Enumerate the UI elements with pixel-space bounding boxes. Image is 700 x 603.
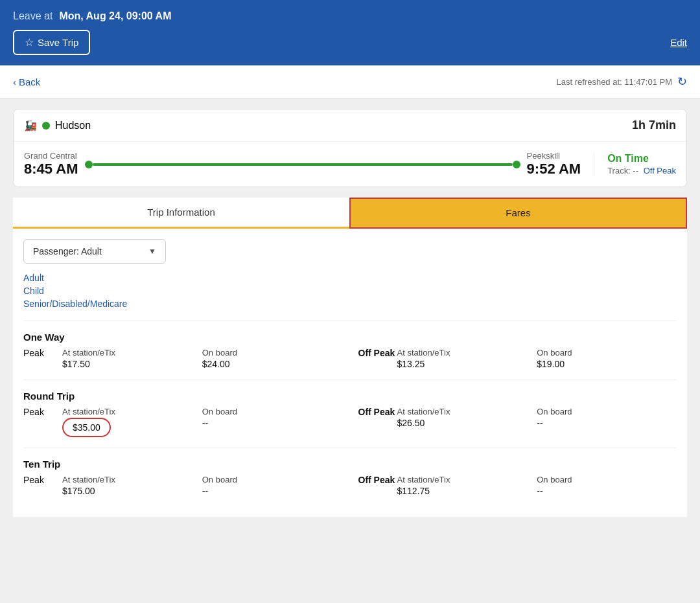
ten-trip-offpeak-on-board: On board -- (537, 475, 677, 496)
fare-section-one-way: One Way Peak At station/eTix $17.50 On b… (23, 321, 677, 380)
train-card: 🚂 Hudson 1h 7min Grand Central 8:45 AM P… (13, 109, 687, 187)
line-end-dot (513, 161, 520, 168)
peak-label: Peak (23, 348, 62, 358)
ten-trip-row: Peak At station/eTix $175.00 On board --… (23, 475, 677, 496)
one-way-offpeak-at-station: At station/eTix $13.25 (397, 348, 537, 369)
trip-duration: 1h 7min (632, 119, 676, 132)
off-peak-label-rt: Off Peak (358, 407, 397, 417)
destination-station: Peekskill 9:52 AM (527, 151, 581, 177)
fares-content: Passenger: Adult ▼ Adult Child Senior/Di… (13, 229, 687, 517)
option-child[interactable]: Child (23, 284, 677, 297)
off-peak-label-one-way: Off Peak (358, 348, 397, 358)
one-way-title: One Way (23, 332, 677, 343)
ten-trip-peak-group: At station/eTix $175.00 On board -- (62, 475, 342, 496)
save-trip-button[interactable]: ☆ Save Trip (13, 30, 90, 55)
back-button[interactable]: ‹ Back (13, 76, 40, 87)
train-line-track (78, 161, 527, 168)
round-trip-peak-at-station: At station/eTix $35.00 (62, 407, 202, 437)
option-adult[interactable]: Adult (23, 271, 677, 284)
off-peak-link[interactable]: Off Peak (644, 166, 676, 176)
chevron-down-icon: ▼ (148, 247, 156, 256)
leave-at-label: Leave at (13, 10, 52, 22)
one-way-peak-on-board: On board $24.00 (202, 348, 342, 369)
tabs-wrapper: Trip Information Fares (13, 198, 687, 229)
one-way-offpeak-group: At station/eTix $13.25 On board $19.00 (397, 348, 677, 369)
tab-fares[interactable]: Fares (349, 198, 687, 229)
round-trip-row: Peak At station/eTix $35.00 On board -- … (23, 407, 677, 437)
dropdown-options: Adult Child Senior/Disabled/Medicare (23, 271, 677, 310)
line-start-dot (85, 161, 93, 168)
ten-trip-offpeak-at-station: At station/eTix $112.75 (397, 475, 537, 496)
passenger-dropdown[interactable]: Passenger: Adult ▼ (23, 239, 166, 264)
option-senior[interactable]: Senior/Disabled/Medicare (23, 297, 677, 310)
one-way-row: Peak At station/eTix $17.50 On board $24… (23, 348, 677, 369)
round-trip-peak-group: At station/eTix $35.00 On board -- (62, 407, 342, 437)
app-header: Leave at Mon, Aug 24, 09:00 AM ☆ Save Tr… (0, 0, 700, 65)
one-way-peak-group: At station/eTix $17.50 On board $24.00 (62, 348, 342, 369)
round-trip-offpeak-group: At station/eTix $26.50 On board -- (397, 407, 677, 428)
one-way-offpeak-on-board: On board $19.00 (537, 348, 677, 369)
track-info: Track: -- Off Peak (607, 166, 676, 176)
peak-label-tt: Peak (23, 475, 62, 485)
train-name: 🚂 Hudson (24, 119, 91, 131)
circle-annotation: $35.00 (62, 418, 111, 437)
ten-trip-title: Ten Trip (23, 459, 677, 470)
nav-bar: ‹ Back Last refreshed at: 11:47:01 PM ↻ (0, 65, 700, 98)
off-peak-label-tt: Off Peak (358, 475, 397, 485)
tab-trip-information[interactable]: Trip Information (13, 198, 349, 229)
refresh-info: Last refreshed at: 11:47:01 PM ↻ (557, 74, 688, 89)
fare-section-ten-trip: Ten Trip Peak At station/eTix $175.00 On… (23, 448, 677, 506)
train-card-body: Grand Central 8:45 AM Peekskill 9:52 AM … (14, 142, 686, 187)
fare-section-round-trip: Round Trip Peak At station/eTix $35.00 O… (23, 380, 677, 448)
chevron-left-icon: ‹ (13, 76, 16, 87)
leave-at-time: Mon, Aug 24, 09:00 AM (59, 10, 171, 22)
tabs-bar: Trip Information Fares (13, 198, 687, 229)
origin-station: Grand Central 8:45 AM (24, 151, 78, 177)
train-card-header: 🚂 Hudson 1h 7min (14, 109, 686, 142)
train-status: On Time Track: -- Off Peak (594, 153, 676, 176)
round-trip-offpeak-at-station: At station/eTix $26.50 (397, 407, 537, 428)
one-way-peak-at-station: At station/eTix $17.50 (62, 348, 202, 369)
round-trip-offpeak-on-board: On board -- (537, 407, 677, 428)
circled-value: $35.00 (62, 418, 202, 437)
status-dot (42, 122, 50, 130)
train-icon: 🚂 (24, 119, 37, 131)
ten-trip-offpeak-group: At station/eTix $112.75 On board -- (397, 475, 677, 496)
ten-trip-peak-at-station: At station/eTix $175.00 (62, 475, 202, 496)
ten-trip-peak-on-board: On board -- (202, 475, 342, 496)
round-trip-title: Round Trip (23, 391, 677, 402)
round-trip-peak-on-board: On board -- (202, 407, 342, 437)
peak-label-rt: Peak (23, 407, 62, 417)
edit-link[interactable]: Edit (670, 37, 687, 48)
line-track (93, 163, 513, 166)
refresh-icon[interactable]: ↻ (677, 74, 687, 89)
star-icon: ☆ (25, 36, 34, 49)
